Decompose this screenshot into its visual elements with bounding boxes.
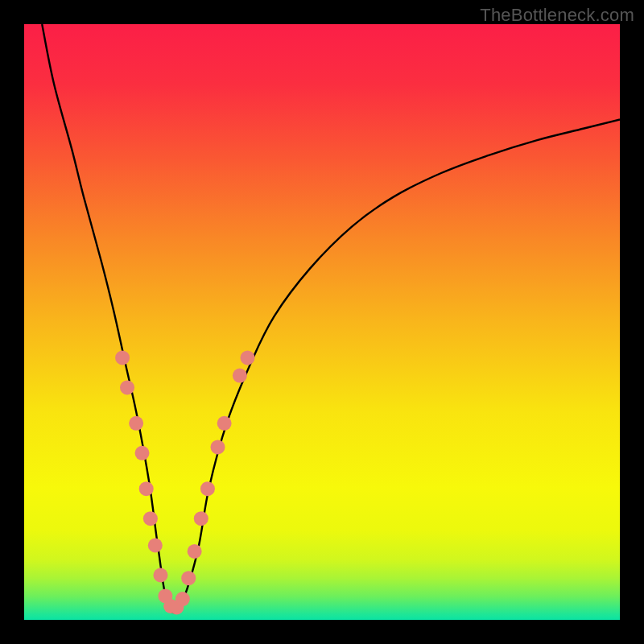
- highlight-dot: [188, 544, 202, 559]
- curve-layer: [24, 24, 620, 620]
- highlight-dot: [143, 511, 158, 526]
- highlight-dot: [211, 440, 225, 454]
- highlight-dot: [135, 446, 150, 460]
- watermark-text: TheBottleneck.com: [480, 5, 634, 26]
- highlight-dot: [148, 539, 163, 553]
- chart-frame: TheBottleneck.com: [0, 0, 644, 644]
- highlight-dot: [153, 568, 167, 583]
- highlight-dot: [139, 481, 154, 496]
- plot-area: [24, 24, 620, 620]
- highlight-dot: [129, 416, 143, 431]
- highlight-dot: [200, 481, 215, 496]
- highlight-dot: [120, 380, 134, 394]
- highlight-dot: [175, 592, 190, 606]
- highlight-dot: [217, 416, 232, 431]
- highlight-dot: [115, 350, 130, 365]
- highlight-dot: [181, 571, 196, 585]
- highlight-dot: [194, 511, 208, 526]
- highlight-dot: [233, 369, 247, 383]
- highlighted-dots: [115, 350, 254, 614]
- bottleneck-curve: [42, 24, 620, 613]
- highlight-dot: [241, 350, 255, 365]
